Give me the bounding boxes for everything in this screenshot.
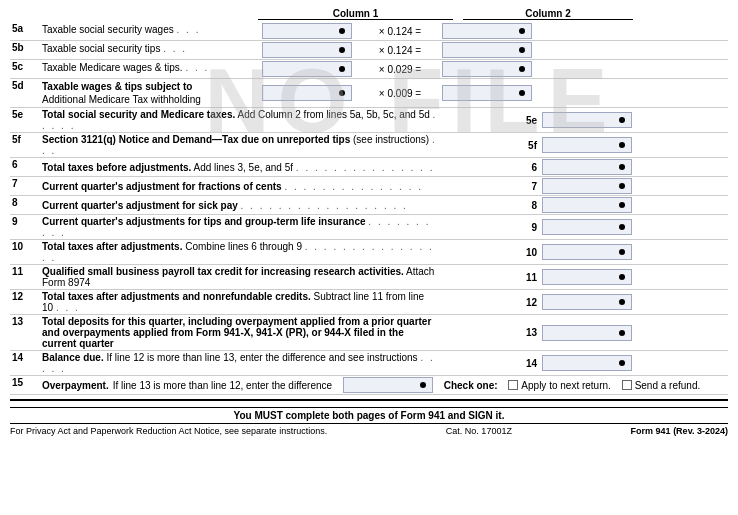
line-5d-col2-input[interactable] — [442, 85, 532, 101]
line-7-result-input[interactable] — [542, 178, 632, 194]
line-5f-number: 5f — [10, 133, 40, 158]
line-7-desc: Current quarter's adjustment for fractio… — [40, 177, 440, 196]
line-14-ref: 14 — [440, 351, 540, 376]
line-5f-desc: Section 3121(q) Notice and Demand—Tax du… — [40, 133, 440, 158]
line-11-number: 11 — [10, 265, 40, 290]
line-5a-col1-input[interactable] — [262, 23, 352, 39]
line-8-number: 8 — [10, 196, 40, 215]
cat-no: Cat. No. 17001Z — [446, 426, 512, 436]
line-13-result-cell — [540, 315, 728, 351]
row-5d: 5d Taxable wages & tips subject to Addit… — [10, 79, 728, 108]
line-5d-desc: Taxable wages & tips subject to Addition… — [40, 79, 260, 108]
line-12-result-input[interactable] — [542, 294, 632, 310]
line-5b-col2-input[interactable] — [442, 42, 532, 58]
row-14: 14 Balance due. If line 12 is more than … — [10, 351, 728, 376]
privacy-note: For Privacy Act and Paperwork Reduction … — [10, 426, 327, 436]
line-5f-result-input[interactable] — [542, 137, 632, 153]
line-7-number: 7 — [10, 177, 40, 196]
line-10-desc: Total taxes after adjustments. Combine l… — [40, 240, 440, 265]
line-5c-multiplier: × 0.029 = — [360, 60, 440, 79]
line-10-number: 10 — [10, 240, 40, 265]
line-6-result-input[interactable] — [542, 159, 632, 175]
line-8-desc: Current quarter's adjustment for sick pa… — [40, 196, 440, 215]
line-5c-col2-input[interactable] — [442, 61, 532, 77]
line-5a-col2-input[interactable] — [442, 23, 532, 39]
line-9-number: 9 — [10, 215, 40, 240]
line-15-input[interactable] — [343, 377, 433, 393]
row-9: 9 Current quarter's adjustments for tips… — [10, 215, 728, 240]
row-15: 15 Overpayment. If line 13 is more than … — [10, 376, 728, 395]
line-10-result-input[interactable] — [542, 244, 632, 260]
line-5b-col1-input-cell — [260, 41, 360, 60]
row-6: 6 Total taxes before adjustments. Add li… — [10, 158, 728, 177]
row-11: 11 Qualified small business payroll tax … — [10, 265, 728, 290]
line-5b-number: 5b — [10, 41, 40, 60]
line-6-desc: Total taxes before adjustments. Add line… — [40, 158, 440, 177]
row-8: 8 Current quarter's adjustment for sick … — [10, 196, 728, 215]
line-5e-ref: 5e — [440, 108, 540, 133]
line-12-number: 12 — [10, 290, 40, 315]
line-15-number: 15 — [10, 376, 40, 395]
line-5e-desc: Total social security and Medicare taxes… — [40, 108, 440, 133]
line-6-number: 6 — [10, 158, 40, 177]
line-5a-multiplier: × 0.124 = — [360, 22, 440, 41]
line-12-result-cell — [540, 290, 728, 315]
row-5e: 5e Total social security and Medicare ta… — [10, 108, 728, 133]
form-info: Form 941 (Rev. 3-2024) — [631, 426, 728, 436]
line-5c-col1-input[interactable] — [262, 61, 352, 77]
col1-header: Column 1 — [258, 8, 453, 20]
must-complete-notice: You MUST complete both pages of Form 941… — [10, 407, 728, 424]
form-table: 5a Taxable social security wages . . . ×… — [10, 22, 728, 395]
apply-checkbox[interactable] — [508, 380, 518, 390]
line-14-number: 14 — [10, 351, 40, 376]
send-refund-checkbox[interactable] — [622, 380, 632, 390]
line-11-result-input[interactable] — [542, 269, 632, 285]
line-5d-col1-input[interactable] — [262, 85, 352, 101]
line-13-desc: Total deposits for this quarter, includi… — [40, 315, 440, 351]
line-15-content: Overpayment. If line 13 is more than lin… — [40, 376, 728, 395]
line-14-result-cell — [540, 351, 728, 376]
row-5f: 5f Section 3121(q) Notice and Demand—Tax… — [10, 133, 728, 158]
line-13-result-input[interactable] — [542, 325, 632, 341]
line-5b-col1-input[interactable] — [262, 42, 352, 58]
row-10: 10 Total taxes after adjustments. Combin… — [10, 240, 728, 265]
line-5d-multiplier: × 0.009 = — [360, 79, 440, 108]
line-5d-col2-input-cell — [440, 79, 540, 108]
line-11-result-cell — [540, 265, 728, 290]
line-5c-desc: Taxable Medicare wages & tips. . . . — [40, 60, 260, 79]
row-5b: 5b Taxable social security tips . . . × … — [10, 41, 728, 60]
send-refund-label[interactable]: Send a refund. — [622, 380, 701, 391]
line-5c-col2-input-cell — [440, 60, 540, 79]
line-6-ref: 6 — [440, 158, 540, 177]
line-5a-col2-input-cell — [440, 22, 540, 41]
line-8-result-cell — [540, 196, 728, 215]
row-7: 7 Current quarter's adjustment for fract… — [10, 177, 728, 196]
row-5c: 5c Taxable Medicare wages & tips. . . . … — [10, 60, 728, 79]
line-5b-multiplier: × 0.124 = — [360, 41, 440, 60]
line-12-desc: Total taxes after adjustments and nonref… — [40, 290, 440, 315]
line-8-result-input[interactable] — [542, 197, 632, 213]
row-12: 12 Total taxes after adjustments and non… — [10, 290, 728, 315]
line-11-ref: 11 — [440, 265, 540, 290]
line-5a-number: 5a — [10, 22, 40, 41]
line-5c-number: 5c — [10, 60, 40, 79]
line-6-result-cell — [540, 158, 728, 177]
footer-section: You MUST complete both pages of Form 941… — [10, 399, 728, 436]
line-5e-result-cell — [540, 108, 728, 133]
line-5b-col2-input-cell — [440, 41, 540, 60]
line-5d-col1-input-cell — [260, 79, 360, 108]
row-13: 13 Total deposits for this quarter, incl… — [10, 315, 728, 351]
col2-header: Column 2 — [463, 8, 633, 20]
form-941-page: NO FILE Column 1 Column 2 5a Taxable soc… — [0, 0, 738, 442]
footer-note: For Privacy Act and Paperwork Reduction … — [10, 424, 728, 436]
line-5d-number: 5d — [10, 79, 40, 108]
line-9-desc: Current quarter's adjustments for tips a… — [40, 215, 440, 240]
line-14-desc: Balance due. If line 12 is more than lin… — [40, 351, 440, 376]
apply-next-label[interactable]: Apply to next return. — [508, 380, 611, 391]
line-13-ref: 13 — [440, 315, 540, 351]
line-14-result-input[interactable] — [542, 355, 632, 371]
line-9-result-input[interactable] — [542, 219, 632, 235]
line-12-ref: 12 — [440, 290, 540, 315]
row-5a: 5a Taxable social security wages . . . ×… — [10, 22, 728, 41]
line-5e-result-input[interactable] — [542, 112, 632, 128]
